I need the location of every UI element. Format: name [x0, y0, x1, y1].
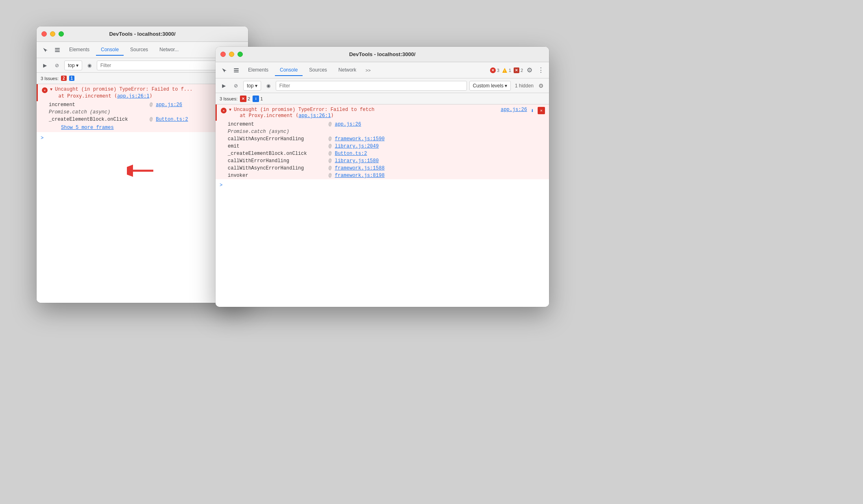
link-library-1580-2[interactable]: library.js:1580 — [335, 158, 379, 164]
title-bar-2: DevTools - localhost:3000/ — [216, 47, 549, 62]
dismiss-icon-2[interactable]: ✕ — [538, 107, 545, 114]
tabs-toolbar-2: Elements Console Sources Network >> ✕ 3 … — [216, 62, 549, 78]
error-badge-1: 2 — [61, 76, 67, 81]
fn-create-2: _createElementBlock.onClick — [228, 151, 325, 156]
minimize-button-2[interactable] — [229, 52, 234, 57]
fn-callwith-async-1-2: callWithAsyncErrorHandling — [228, 136, 325, 142]
more-tabs-icon-2[interactable]: >> — [363, 65, 373, 76]
link-appjs-1[interactable]: app.js:26 — [156, 102, 182, 108]
tab-console-2[interactable]: Console — [275, 65, 303, 76]
error-triangle-1: ▼ — [50, 87, 52, 92]
close-button-2[interactable] — [220, 52, 226, 57]
tab-console-1[interactable]: Console — [96, 44, 124, 56]
svg-text:!: ! — [504, 70, 505, 72]
info-count-1: 1 — [69, 76, 75, 81]
tab-sources-1[interactable]: Sources — [125, 44, 153, 56]
context-chevron-2: ▾ — [255, 83, 257, 89]
maximize-button-1[interactable] — [59, 31, 64, 37]
context-label-2: top — [247, 83, 254, 89]
stack-row-callwith-async-1-2: callWithAsyncErrorHandling @ framework.j… — [216, 135, 549, 143]
info-issues-badge-2: i 1 — [253, 96, 263, 102]
issues-label-2: 3 Issues: — [220, 96, 238, 101]
block-btn-2[interactable]: ⊘ — [231, 81, 241, 91]
svg-rect-0 — [55, 48, 60, 49]
issues-bar-2: 3 Issues: ✕ 2 i 1 — [216, 93, 549, 104]
svg-rect-6 — [234, 70, 239, 71]
filter-input-2[interactable] — [276, 81, 467, 91]
eye-btn-2[interactable]: ◉ — [264, 81, 273, 91]
error-icon-1: ✕ — [42, 87, 48, 93]
error-badge2-2: ✕ 2 — [514, 67, 523, 73]
link-library-2049-2[interactable]: library.js:2049 — [335, 143, 379, 149]
custom-levels-label-2: Custom levels — [473, 83, 503, 89]
eye-btn-1[interactable]: ◉ — [85, 61, 94, 70]
stack-row-create-2: _createElementBlock.onClick @ Button.ts:… — [216, 150, 549, 157]
traffic-lights-2 — [220, 52, 243, 57]
traffic-lights-1 — [41, 31, 64, 37]
svg-rect-5 — [234, 68, 239, 69]
layers-icon-2[interactable] — [231, 65, 242, 76]
error-badge2-count-2: 2 — [521, 68, 523, 73]
more-icon-2[interactable]: ⋮ — [536, 65, 546, 75]
error-badge-2: ✕ 3 — [490, 67, 499, 73]
error-icon-2: ✕ — [221, 108, 227, 113]
fn-invoker-2: invoker — [228, 173, 325, 178]
tab-sources-2[interactable]: Sources — [304, 65, 332, 76]
context-dropdown-1[interactable]: top ▾ — [64, 61, 82, 70]
cursor-icon-1[interactable] — [40, 45, 50, 55]
context-dropdown-2[interactable]: top ▾ — [243, 81, 261, 91]
fn-callwith-error-2: callWithErrorHandling — [228, 158, 325, 164]
gear-icon-2[interactable]: ⚙ — [525, 65, 534, 75]
stack-row-promise-2: Promise.catch (async) — [216, 128, 549, 135]
minimize-button-1[interactable] — [50, 31, 55, 37]
tab-network-2[interactable]: Network — [333, 65, 361, 76]
hidden-label-2: 1 hidden — [515, 83, 534, 89]
show-more-link-1[interactable]: Show 5 more frames — [49, 124, 244, 131]
link-buttonts-1[interactable]: Button.ts:2 — [156, 117, 188, 122]
badge-group-2: ✕ 3 ! 1 ✕ 2 — [490, 67, 523, 73]
info-badge-1: 1 — [69, 76, 75, 81]
console-prompt-2[interactable]: > — [216, 179, 549, 191]
maximize-button-2[interactable] — [238, 52, 243, 57]
error-link-1[interactable]: app.js:26:1 — [117, 93, 149, 99]
svg-rect-1 — [55, 50, 60, 50]
link-framework-1588-2[interactable]: framework.js:1588 — [335, 165, 384, 171]
error-issues-count-2: 2 — [248, 96, 250, 101]
error-header-1: ✕ ▼ Uncaught (in promise) TypeError: Fai… — [42, 87, 244, 93]
tab-elements-1[interactable]: Elements — [64, 44, 94, 56]
error-link-2[interactable]: app.js:26:1 — [299, 113, 331, 118]
play-btn-1[interactable]: ▶ — [40, 61, 50, 70]
console-gear-icon-2[interactable]: ⚙ — [536, 81, 546, 91]
warn-triangle-icon-2: ! — [502, 67, 508, 73]
fn-promise-1: Promise.catch (async) — [49, 109, 146, 115]
tab-network-1[interactable]: Networ... — [155, 44, 183, 56]
download-icon-2[interactable]: ⬇ — [529, 107, 536, 114]
red-arrow-annotation — [127, 161, 159, 182]
link-framework-1590-2[interactable]: framework.js:1590 — [335, 136, 384, 142]
block-btn-1[interactable]: ⊘ — [52, 61, 62, 70]
file-link-2[interactable]: app.js:26 — [501, 107, 527, 114]
link-appjs-2[interactable]: app.js:26 — [335, 122, 361, 127]
play-btn-2[interactable]: ▶ — [219, 81, 229, 91]
custom-levels-btn-2[interactable]: Custom levels ▾ — [469, 81, 511, 91]
stack-row-invoker-2: invoker @ framework.js:8198 — [216, 172, 549, 179]
error-entry-2: ✕ ▼ Uncaught (in promise) TypeError: Fai… — [216, 104, 549, 121]
error-message-1: Uncaught (in promise) TypeError: Failed … — [55, 87, 192, 92]
error-messages-col-2: Uncaught (in promise) TypeError: Failed … — [234, 107, 498, 118]
context-label-1: top — [68, 63, 75, 68]
error-badge2-icon-2: ✕ — [514, 67, 519, 73]
warn-badge-count-2: 1 — [509, 68, 511, 73]
close-button-1[interactable] — [41, 31, 47, 37]
devtools-body-2: Elements Console Sources Network >> ✕ 3 … — [216, 62, 549, 307]
tab-elements-2[interactable]: Elements — [243, 65, 273, 76]
info-issues-count-2: 1 — [260, 96, 263, 101]
svg-rect-7 — [234, 72, 239, 72]
error-message-2: Uncaught (in promise) TypeError: Failed … — [234, 107, 498, 113]
error-issues-badge-2: ✕ 2 — [240, 96, 250, 102]
link-buttonts-2[interactable]: Button.ts:2 — [335, 151, 367, 156]
link-framework-8198-2[interactable]: framework.js:8198 — [335, 173, 384, 178]
fn-create-1: _createElementBlock.onClick — [49, 117, 146, 122]
stack-row-callwith-error-2: callWithErrorHandling @ library.js:1580 — [216, 157, 549, 165]
cursor-icon-2[interactable] — [219, 65, 229, 76]
layers-icon-1[interactable] — [52, 45, 63, 55]
